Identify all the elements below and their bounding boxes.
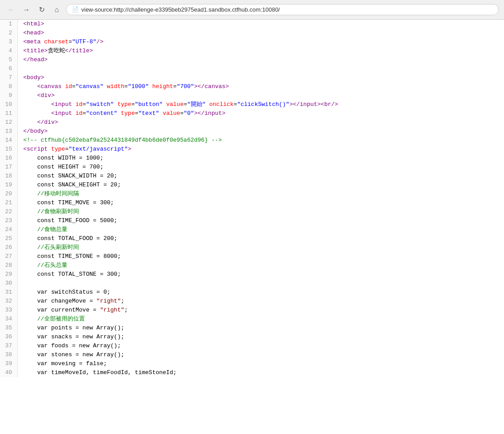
browser-toolbar: ← → ↻ ⌂ 📄 view-source:http://challenge-e… bbox=[0, 0, 504, 20]
source-line-9: 9 <div> bbox=[0, 91, 504, 100]
source-line-11: 11 <input id="content" type="text" value… bbox=[0, 109, 504, 118]
source-line-22: 22 //食物刷新时间 bbox=[0, 207, 504, 216]
source-line-21: 21 const TIME_MOVE = 300; bbox=[0, 198, 504, 207]
source-line-23: 23 const TIME_FOOD = 5000; bbox=[0, 216, 504, 225]
source-line-13: 13 </body> bbox=[0, 127, 504, 136]
address-bar[interactable]: 📄 view-source:http://challenge-e3395beb2… bbox=[66, 4, 499, 15]
source-line-40: 40 var timeMoveId, timeFoodId, timeStone… bbox=[0, 368, 504, 377]
source-line-3: 3 <meta charset="UTF-8"/> bbox=[0, 38, 504, 46]
source-line-7: 7 <body> bbox=[0, 73, 504, 82]
source-line-29: 29 const TOTAL_STONE = 300; bbox=[0, 270, 504, 279]
source-line-28: 28 //石头总量 bbox=[0, 261, 504, 270]
source-line-16: 16 const WIDTH = 1000; bbox=[0, 154, 504, 163]
source-line-24: 24 //食物总量 bbox=[0, 225, 504, 234]
source-line-25: 25 const TOTAL_FOOD = 200; bbox=[0, 234, 504, 243]
source-line-14: 14 <!-- ctfhub{c502ebaf9a2524431849df4bb… bbox=[0, 136, 504, 145]
source-line-18: 18 const SNACK_WIDTH = 20; bbox=[0, 172, 504, 181]
source-line-4: 4 <title>贪吃蛇</title> bbox=[0, 46, 504, 55]
source-line-2: 2 <head> bbox=[0, 29, 504, 38]
source-line-1: 1 <html> bbox=[0, 20, 504, 29]
source-line-31: 31 var switchStatus = 0; bbox=[0, 288, 504, 297]
reload-button[interactable]: ↻ bbox=[36, 4, 47, 16]
source-line-20: 20 //移动时间间隔 bbox=[0, 190, 504, 198]
back-button[interactable]: ← bbox=[5, 4, 17, 16]
source-line-35: 35 var points = new Array(); bbox=[0, 324, 504, 333]
source-code-view: 1 <html> 2 <head> 3 <meta charset="UTF-8… bbox=[0, 20, 504, 434]
browser-window: ← → ↻ ⌂ 📄 view-source:http://challenge-e… bbox=[0, 0, 504, 434]
source-line-19: 19 const SNACK_HEIGHT = 20; bbox=[0, 181, 504, 190]
source-line-39: 39 var moveing = false; bbox=[0, 359, 504, 368]
source-line-38: 38 var stones = new Array(); bbox=[0, 350, 504, 359]
source-line-5: 5 </head> bbox=[0, 55, 504, 64]
page-icon: 📄 bbox=[72, 6, 79, 13]
source-line-26: 26 //石头刷新时间 bbox=[0, 243, 504, 252]
source-line-30: 30 bbox=[0, 279, 504, 288]
source-line-8: 8 <canvas id="canvas" width="1000" heigh… bbox=[0, 82, 504, 91]
forward-button[interactable]: → bbox=[21, 4, 32, 16]
source-line-37: 37 var foods = new Array(); bbox=[0, 341, 504, 350]
home-button[interactable]: ⌂ bbox=[51, 4, 63, 16]
url-text: view-source:http://challenge-e3395beb297… bbox=[81, 6, 280, 13]
source-line-12: 12 </div> bbox=[0, 118, 504, 127]
source-line-17: 17 const HEIGHT = 700; bbox=[0, 163, 504, 172]
source-line-36: 36 var snacks = new Array(); bbox=[0, 333, 504, 341]
source-line-6: 6 bbox=[0, 64, 504, 73]
source-line-10: 10 <input id="switch" type="button" valu… bbox=[0, 100, 504, 109]
source-line-34: 34 //全部被用的位置 bbox=[0, 315, 504, 324]
source-line-15: 15 <script type="text/javascript"> bbox=[0, 145, 504, 154]
source-line-27: 27 const TIME_STONE = 8000; bbox=[0, 252, 504, 261]
source-line-33: 33 var currentMove = "right"; bbox=[0, 306, 504, 315]
source-line-32: 32 var changeMove = "right"; bbox=[0, 297, 504, 306]
